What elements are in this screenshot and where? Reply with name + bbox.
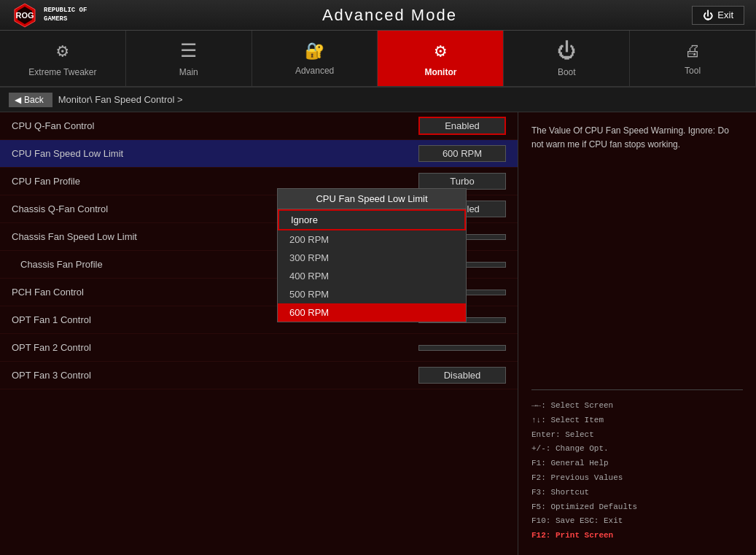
extreme-tweaker-icon: ⚙	[57, 39, 69, 63]
monitor-label: Monitor	[424, 67, 456, 77]
cpu-fan-speed-label: CPU Fan Speed Low Limit	[12, 148, 418, 159]
main-content: CPU Q-Fan Control Enabled CPU Fan Speed …	[0, 112, 756, 555]
keyboard-hints: →←: Select Screen ↑↓: Select Item Enter:…	[531, 399, 743, 543]
exit-button[interactable]: ⏻ Exit	[692, 6, 744, 25]
cpu-qfan-label: CPU Q-Fan Control	[12, 120, 418, 131]
tab-monitor[interactable]: ⚙ Monitor	[378, 31, 504, 86]
cpu-fan-profile-value[interactable]: Turbo	[418, 173, 506, 190]
hint-select-item: ↑↓: Select Item	[531, 414, 743, 428]
rog-text: REPUBLIC OF GAMERS	[44, 7, 87, 23]
hint-f12: F12: Print Screen	[531, 529, 743, 543]
right-panel: The Value Of CPU Fan Speed Warning. Igno…	[518, 112, 756, 555]
back-arrow-icon: ◀	[15, 95, 21, 105]
tab-boot[interactable]: ⏻ Boot	[504, 31, 630, 86]
hint-change-opt: +/-: Change Opt.	[531, 442, 743, 457]
opt-fan2-value[interactable]	[418, 345, 506, 351]
tab-main[interactable]: ☰ Main	[126, 31, 252, 86]
dropdown-menu: CPU Fan Speed Low Limit Ignore 200 RPM 3…	[277, 188, 467, 322]
hint-f3: F3: Shortcut	[531, 486, 743, 500]
rog-icon: ROG	[12, 2, 38, 28]
dropdown-item-ignore[interactable]: Ignore	[278, 209, 466, 230]
dropdown-item-200rpm[interactable]: 200 RPM	[278, 230, 466, 249]
back-button[interactable]: ◀ Back	[9, 93, 52, 107]
main-label: Main	[179, 67, 198, 77]
header: ROG REPUBLIC OF GAMERS Advanced Mode ⏻ E…	[0, 0, 756, 31]
nav-tabs: ⚙ Extreme Tweaker ☰ Main 🔐 Advanced ⚙ Mo…	[0, 31, 756, 88]
cpu-qfan-value[interactable]: Enabled	[418, 117, 506, 135]
setting-row-opt-fan2[interactable]: OPT Fan 2 Control	[0, 334, 518, 362]
tool-label: Tool	[685, 66, 701, 76]
rog-logo-area: ROG REPUBLIC OF GAMERS	[12, 2, 87, 28]
page-title: Advanced Mode	[87, 6, 692, 25]
opt-fan3-value[interactable]: Disabled	[418, 367, 506, 384]
exit-icon: ⏻	[703, 9, 713, 21]
extreme-tweaker-label: Extreme Tweaker	[28, 67, 96, 77]
tab-tool[interactable]: 🖨 Tool	[630, 31, 756, 86]
boot-label: Boot	[558, 67, 576, 77]
tab-extreme-tweaker[interactable]: ⚙ Extreme Tweaker	[0, 31, 126, 86]
dropdown-title: CPU Fan Speed Low Limit	[278, 189, 466, 209]
exit-label: Exit	[717, 9, 733, 20]
dropdown-item-600rpm[interactable]: 600 RPM	[278, 303, 466, 322]
hint-enter: Enter: Select	[531, 428, 743, 443]
tool-icon: 🖨	[685, 42, 701, 61]
setting-row-cpu-qfan[interactable]: CPU Q-Fan Control Enabled	[0, 112, 518, 140]
breadcrumb-bar: ◀ Back Monitor\ Fan Speed Control >	[0, 88, 756, 112]
dropdown-item-300rpm[interactable]: 300 RPM	[278, 249, 466, 267]
cpu-fan-speed-value[interactable]: 600 RPM	[418, 145, 506, 162]
hint-f5: F5: Optimized Defaults	[531, 500, 743, 515]
back-label: Back	[24, 95, 44, 105]
opt-fan2-label: OPT Fan 2 Control	[12, 342, 418, 353]
hint-select-screen: →←: Select Screen	[531, 399, 743, 414]
breadcrumb: Monitor\ Fan Speed Control >	[58, 94, 183, 105]
left-panel: CPU Q-Fan Control Enabled CPU Fan Speed …	[0, 112, 518, 555]
dropdown-item-500rpm[interactable]: 500 RPM	[278, 285, 466, 303]
boot-icon: ⏻	[557, 39, 576, 63]
main-icon: ☰	[180, 39, 197, 63]
dropdown-item-400rpm[interactable]: 400 RPM	[278, 267, 466, 285]
svg-text:ROG: ROG	[15, 11, 34, 20]
cpu-fan-profile-label: CPU Fan Profile	[12, 176, 418, 187]
help-text: The Value Of CPU Fan Speed Warning. Igno…	[531, 124, 743, 381]
opt-fan3-label: OPT Fan 3 Control	[12, 370, 418, 381]
setting-row-cpu-fan-speed[interactable]: CPU Fan Speed Low Limit 600 RPM	[0, 140, 518, 168]
setting-row-opt-fan3[interactable]: OPT Fan 3 Control Disabled	[0, 362, 518, 389]
hint-f10: F10: Save ESC: Exit	[531, 514, 743, 529]
advanced-label: Advanced	[295, 66, 334, 76]
f12-highlight: F12: Print Screen	[531, 531, 613, 540]
monitor-icon: ⚙	[435, 39, 447, 63]
hint-f2: F2: Previous Values	[531, 471, 743, 486]
hint-f1: F1: General Help	[531, 457, 743, 471]
tab-advanced[interactable]: 🔐 Advanced	[252, 31, 378, 86]
advanced-icon: 🔐	[305, 42, 324, 61]
divider	[531, 389, 743, 390]
